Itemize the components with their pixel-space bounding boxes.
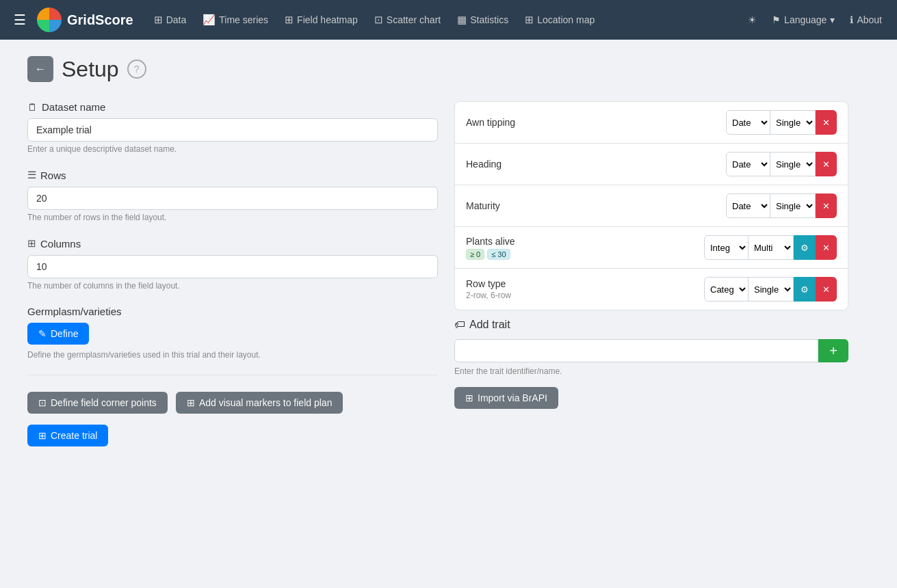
brapi-button[interactable]: ⊞ Import via BrAPI <box>454 387 558 409</box>
field-heatmap-icon: ⊞ <box>285 14 294 26</box>
location-map-icon: ⊞ <box>525 14 534 26</box>
trait-type-select[interactable]: DateIntegFloatTextCateg <box>726 152 770 176</box>
rows-hint: The number of rows in the field layout. <box>27 213 438 222</box>
language-button[interactable]: ⚑ Language ▾ <box>765 0 842 40</box>
traits-panel: Awn tipping DateIntegFloatTextCateg Sing… <box>454 101 848 310</box>
settings-button[interactable]: ☀ <box>741 0 764 40</box>
trait-name: Awn tipping <box>466 117 718 128</box>
nav-item-statistics-label: Statistics <box>470 14 508 25</box>
trait-name-text: Heading <box>466 159 718 170</box>
trait-mult-select[interactable]: SingleMulti <box>770 152 816 176</box>
trait-delete-button[interactable]: ✕ <box>816 235 837 260</box>
trait-row: Row type 2-row, 6-row DateIntegFloatText… <box>455 269 848 310</box>
corner-points-button[interactable]: ⊡ Define field corner points <box>27 392 168 414</box>
dataset-name-input[interactable] <box>27 118 438 142</box>
columns-section: ⊞ Columns The number of columns in the f… <box>27 237 438 291</box>
brapi-wrapper: ⊞ Import via BrAPI <box>454 387 848 409</box>
nav-item-data-label: Data <box>166 14 187 25</box>
data-icon: ⊞ <box>154 14 163 26</box>
nav-item-data[interactable]: ⊞ Data <box>147 0 194 40</box>
create-trial-icon: ⊞ <box>38 430 47 441</box>
trait-name: Heading <box>466 159 718 170</box>
setup-grid: 🗒 Dataset name Enter a unique descriptiv… <box>27 101 848 446</box>
trait-badge: ≤ 30 <box>487 249 510 260</box>
columns-icon: ⊞ <box>27 237 36 250</box>
setup-right: Awn tipping DateIntegFloatTextCateg Sing… <box>454 101 848 446</box>
visual-markers-icon: ⊞ <box>187 397 195 408</box>
time-series-icon: 📈 <box>203 14 216 26</box>
nav-item-scatter-chart-label: Scatter chart <box>387 14 441 25</box>
page-header: ← Setup ? <box>27 56 848 82</box>
trait-delete-button[interactable]: ✕ <box>816 110 837 135</box>
navbar: ☰ GridScore ⊞ Data 📈 Time series ⊞ Field… <box>0 0 897 40</box>
setup-left: 🗒 Dataset name Enter a unique descriptiv… <box>27 101 438 446</box>
trait-delete-button[interactable]: ✕ <box>816 152 837 176</box>
tag-icon: 🏷 <box>454 319 465 331</box>
trait-name-text: Plants alive <box>466 236 696 247</box>
add-trait-input[interactable] <box>454 339 818 362</box>
scatter-chart-icon: ⊡ <box>374 14 383 26</box>
trait-type-select[interactable]: DateIntegFloatTextCateg <box>726 110 770 135</box>
define-button[interactable]: ✎ Define <box>27 323 89 345</box>
trait-delete-button[interactable]: ✕ <box>816 277 837 302</box>
trait-gear-button[interactable]: ⚙ <box>794 277 816 302</box>
trait-sub-label: 2-row, 6-row <box>466 291 696 300</box>
rows-input[interactable] <box>27 187 438 210</box>
add-trait-row: + <box>454 339 848 362</box>
trait-mult-select[interactable]: SingleMulti <box>749 235 794 260</box>
trait-gear-button[interactable]: ⚙ <box>794 235 816 260</box>
nav-item-statistics[interactable]: ▦ Statistics <box>450 0 515 40</box>
trait-name: Plants alive ≥ 0≤ 30 <box>466 236 696 260</box>
back-button[interactable]: ← <box>27 56 53 82</box>
help-button[interactable]: ? <box>127 59 146 79</box>
trait-name: Maturity <box>466 200 718 211</box>
corner-points-icon: ⊡ <box>38 397 47 408</box>
page-content: ← Setup ? 🗒 Dataset name Enter a unique … <box>0 40 876 463</box>
flag-icon: ⚑ <box>772 14 781 25</box>
trait-type-select[interactable]: DateIntegFloatTextCateg <box>704 235 749 260</box>
trait-mult-select[interactable]: SingleMulti <box>770 110 816 135</box>
edit-icon: ✎ <box>38 328 47 339</box>
trait-type-select[interactable]: DateIntegFloatTextCateg <box>704 277 749 302</box>
trait-controls: DateIntegFloatTextCateg SingleMulti ⚙ ✕ <box>704 277 837 302</box>
rows-label: ☰ Rows <box>27 169 438 181</box>
nav-item-time-series[interactable]: 📈 Time series <box>196 0 275 40</box>
create-trial-button[interactable]: ⊞ Create trial <box>27 425 108 446</box>
page-title: Setup <box>62 57 119 82</box>
nav-item-location-map[interactable]: ⊞ Location map <box>518 0 601 40</box>
app-brand: GridScore <box>67 12 133 28</box>
bottom-actions: ⊡ Define field corner points ⊞ Add visua… <box>27 392 438 414</box>
trait-name-text: Row type <box>466 278 696 289</box>
trait-row: Awn tipping DateIntegFloatTextCateg Sing… <box>455 102 848 144</box>
dataset-name-section: 🗒 Dataset name Enter a unique descriptiv… <box>27 101 438 154</box>
trait-mult-select[interactable]: SingleMulti <box>770 193 816 218</box>
add-trait-header: 🏷 Add trait <box>454 319 848 331</box>
nav-item-field-heatmap[interactable]: ⊞ Field heatmap <box>278 0 365 40</box>
nav-item-scatter-chart[interactable]: ⊡ Scatter chart <box>367 0 447 40</box>
trait-row: Maturity DateIntegFloatTextCateg SingleM… <box>455 185 848 227</box>
divider <box>27 375 438 375</box>
trait-mult-select[interactable]: SingleMulti <box>749 277 794 302</box>
columns-input[interactable] <box>27 255 438 278</box>
add-trait-plus-button[interactable]: + <box>818 339 848 362</box>
trait-row: Heading DateIntegFloatTextCateg SingleMu… <box>455 144 848 185</box>
add-trait-hint: Enter the trait identifier/name. <box>454 366 848 376</box>
rows-section: ☰ Rows The number of rows in the field l… <box>27 169 438 222</box>
dataset-icon: 🗒 <box>27 101 38 113</box>
rows-icon: ☰ <box>27 169 36 181</box>
germplasm-label: Germplasm/varieties <box>27 306 438 317</box>
hamburger-button[interactable]: ☰ <box>8 8 31 32</box>
trait-name: Row type 2-row, 6-row <box>466 278 696 300</box>
trait-type-select[interactable]: DateIntegFloatTextCateg <box>726 193 770 218</box>
trait-controls: DateIntegFloatTextCateg SingleMulti ✕ <box>726 193 837 218</box>
language-label: Language <box>784 14 827 25</box>
about-button[interactable]: ℹ About <box>843 0 889 40</box>
trait-delete-button[interactable]: ✕ <box>816 193 837 218</box>
nav-item-location-map-label: Location map <box>537 14 595 25</box>
dataset-name-hint: Enter a unique descriptive dataset name. <box>27 144 438 154</box>
visual-markers-button[interactable]: ⊞ Add visual markers to field plan <box>176 392 343 414</box>
trait-name-text: Maturity <box>466 200 718 211</box>
trait-controls: DateIntegFloatTextCateg SingleMulti ✕ <box>726 110 837 135</box>
germplasm-hint: Define the germplasm/varieties used in t… <box>27 350 438 360</box>
nav-right: ☀ ⚑ Language ▾ ℹ About <box>741 0 889 40</box>
